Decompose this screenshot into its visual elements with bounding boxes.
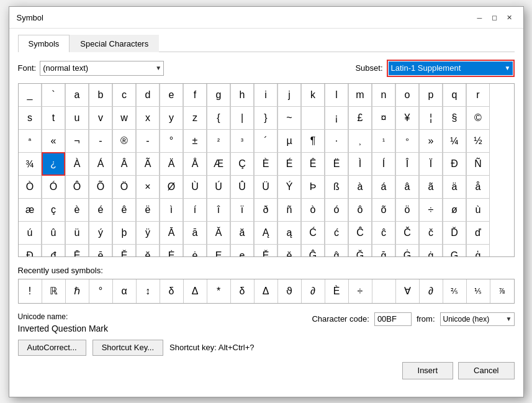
symbol-cell[interactable]: Ó: [42, 175, 65, 199]
symbol-cell[interactable]: Ě: [254, 244, 277, 257]
symbol-cell[interactable]: æ: [18, 198, 42, 222]
symbol-cell[interactable]: ĉ: [372, 221, 395, 245]
recent-symbol[interactable]: ℏ: [66, 279, 89, 303]
symbol-cell[interactable]: Ð: [443, 152, 466, 176]
symbol-cell[interactable]: j: [277, 83, 301, 107]
symbol-cell[interactable]: ë: [136, 198, 160, 222]
symbol-cell[interactable]: Ñ: [466, 152, 490, 176]
symbol-cell[interactable]: e: [160, 83, 183, 107]
symbol-cell[interactable]: q: [443, 83, 466, 107]
shortcut-key-button[interactable]: Shortcut Key...: [92, 340, 163, 356]
recent-symbol[interactable]: *: [207, 279, 231, 303]
symbol-cell[interactable]: Ò: [18, 175, 42, 199]
symbol-cell[interactable]: {: [207, 106, 230, 130]
symbol-cell[interactable]: Ĕ: [112, 244, 136, 257]
symbol-cell[interactable]: ¶: [301, 129, 325, 153]
symbol-cell[interactable]: Ä: [160, 152, 183, 176]
symbol-cell[interactable]: ù: [466, 198, 490, 222]
symbol-cell[interactable]: Þ: [301, 175, 325, 199]
symbol-cell[interactable]: |: [230, 106, 254, 130]
symbol-cell[interactable]: ³: [230, 129, 254, 153]
symbol-cell[interactable]: Ġ: [395, 244, 419, 257]
symbol-cell[interactable]: Ģ: [443, 244, 466, 257]
tab-special-characters[interactable]: Special Characters: [70, 35, 159, 52]
symbol-cell[interactable]: Í: [372, 152, 395, 176]
symbol-cell[interactable]: ğ: [372, 244, 395, 257]
symbol-cell[interactable]: ½: [466, 129, 490, 153]
symbol-cell[interactable]: û: [42, 221, 65, 245]
symbol-cell-selected[interactable]: ¿: [42, 152, 65, 176]
symbol-cell[interactable]: Ę: [207, 244, 230, 257]
symbol-cell[interactable]: Å: [183, 152, 207, 176]
symbol-cell[interactable]: č: [419, 221, 443, 245]
char-code-input[interactable]: [374, 312, 412, 326]
symbol-cell[interactable]: ¥: [395, 106, 419, 130]
symbol-cell[interactable]: ·: [325, 129, 348, 153]
close-button[interactable]: ✕: [503, 12, 516, 24]
maximize-button[interactable]: ◻: [489, 12, 501, 24]
symbol-cell[interactable]: Ď: [443, 221, 466, 245]
symbol-cell[interactable]: ¸: [348, 129, 372, 153]
symbol-cell[interactable]: ú: [18, 221, 42, 245]
symbol-cell[interactable]: f: [183, 83, 207, 107]
symbol-cell[interactable]: ç: [42, 198, 65, 222]
recent-symbol[interactable]: !: [19, 279, 42, 303]
symbol-cell[interactable]: Ý: [277, 175, 301, 199]
symbol-cell[interactable]: þ: [112, 221, 136, 245]
symbol-cell[interactable]: ´: [254, 129, 277, 153]
symbol-cell[interactable]: ø: [443, 198, 466, 222]
symbol-cell[interactable]: ă: [230, 221, 254, 245]
recent-symbol[interactable]: ÷: [349, 279, 372, 303]
symbol-cell[interactable]: ĝ: [325, 244, 348, 257]
recent-symbol[interactable]: ∂: [420, 279, 443, 303]
recent-symbol[interactable]: δ: [160, 279, 184, 303]
symbol-cell[interactable]: î: [207, 198, 230, 222]
symbol-cell[interactable]: ö: [395, 198, 419, 222]
symbol-cell[interactable]: Ğ: [348, 244, 372, 257]
symbol-cell[interactable]: ô: [348, 198, 372, 222]
symbol-cell[interactable]: o: [395, 83, 419, 107]
symbol-cell[interactable]: ü: [65, 221, 89, 245]
symbol-cell[interactable]: Đ: [18, 244, 42, 257]
tab-symbols[interactable]: Symbols: [18, 35, 70, 52]
symbol-cell[interactable]: d: [136, 83, 160, 107]
symbol-cell[interactable]: k: [301, 83, 325, 107]
symbol-cell[interactable]: Ì: [348, 152, 372, 176]
recent-symbol[interactable]: ℝ: [42, 279, 66, 303]
symbol-cell[interactable]: Ø: [160, 175, 183, 199]
symbol-cell[interactable]: Ü: [254, 175, 277, 199]
symbol-cell[interactable]: ¬: [65, 129, 89, 153]
symbol-cell[interactable]: ¤: [372, 106, 395, 130]
symbol-cell[interactable]: ý: [89, 221, 112, 245]
insert-button[interactable]: Insert: [402, 362, 454, 379]
symbol-cell[interactable]: £: [348, 106, 372, 130]
symbol-cell[interactable]: a: [65, 83, 89, 107]
symbol-cell[interactable]: å: [466, 175, 490, 199]
recent-symbol[interactable]: ∀: [396, 279, 420, 303]
symbol-cell[interactable]: u: [65, 106, 89, 130]
symbol-cell[interactable]: ÷: [419, 198, 443, 222]
recent-symbol[interactable]: ∂: [302, 279, 325, 303]
symbol-cell[interactable]: Ė: [160, 244, 183, 257]
symbol-cell[interactable]: ß: [325, 175, 348, 199]
recent-symbol[interactable]: α: [113, 279, 137, 303]
symbol-cell[interactable]: â: [395, 175, 419, 199]
symbol-cell[interactable]: Æ: [207, 152, 230, 176]
symbol-cell[interactable]: ~: [277, 106, 301, 130]
recent-symbol[interactable]: ⅞: [490, 279, 514, 303]
recent-symbol[interactable]: ⅖: [443, 279, 467, 303]
symbol-cell[interactable]: °: [160, 129, 183, 153]
symbol-cell[interactable]: è: [65, 198, 89, 222]
recent-symbol[interactable]: ⅕: [467, 279, 490, 303]
from-select[interactable]: Unicode (hex): [440, 312, 515, 326]
symbol-cell[interactable]: ģ: [466, 244, 490, 257]
symbol-cell[interactable]: ±: [183, 129, 207, 153]
symbol-cell[interactable]: ó: [325, 198, 348, 222]
symbol-cell[interactable]: Û: [230, 175, 254, 199]
symbol-cell[interactable]: Ă: [207, 221, 230, 245]
symbol-cell[interactable]: đ: [42, 244, 65, 257]
symbol-cell[interactable]: ¾: [18, 152, 42, 176]
symbol-cell[interactable]: Á: [89, 152, 112, 176]
symbol-cell[interactable]: Ë: [325, 152, 348, 176]
symbol-cell[interactable]: ã: [419, 175, 443, 199]
